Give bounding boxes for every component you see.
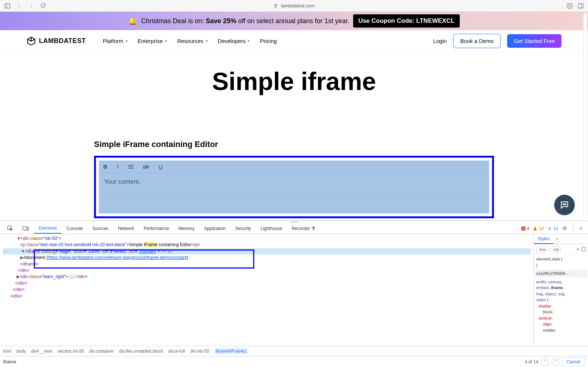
brand-logo[interactable]: LAMBDATEST	[26, 36, 86, 46]
browser-toolbar: lambdatest.com	[0, 0, 588, 12]
login-link[interactable]: Login	[433, 38, 447, 44]
editor-heading: Simple iFrame containing Editor	[94, 140, 494, 149]
page-content: Simple iframe Simple iFrame containing E…	[0, 52, 588, 226]
bell-icon: 🔔	[128, 17, 137, 25]
svg-rect-6	[578, 4, 583, 8]
page-scrollbar[interactable]	[583, 12, 587, 218]
editor-iframe[interactable]: B I ab U Your content.	[99, 161, 489, 213]
nav-developers[interactable]: Developers▾	[218, 38, 250, 44]
editor-toolbar: B I ab U	[99, 161, 489, 173]
tab-lighthouse[interactable]: Lighthouse	[256, 223, 287, 226]
tab-performance[interactable]: Performance	[139, 223, 173, 226]
main-nav: LAMBDATEST Platform▾ Enterprise▾ Resourc…	[0, 30, 588, 52]
sidebar-toggle-icon[interactable]	[4, 3, 10, 8]
chevron-down-icon: ▾	[206, 39, 208, 43]
svg-point-11	[563, 204, 564, 205]
strikethrough-button[interactable]: ab	[143, 163, 149, 170]
nav-resources[interactable]: Resources▾	[177, 38, 208, 44]
tab-elements[interactable]: Elements	[34, 223, 61, 226]
devtools-panel: Elements Console Sources Network Perform…	[0, 220, 588, 226]
tab-application[interactable]: Application	[200, 223, 230, 226]
svg-point-2	[275, 5, 277, 8]
tabs-icon[interactable]	[578, 3, 584, 8]
chevron-down-icon: ▾	[165, 39, 167, 43]
tab-recorder[interactable]: Recorder ⚗	[287, 223, 320, 226]
nav-pricing[interactable]: Pricing	[260, 38, 277, 44]
device-icon[interactable]	[18, 223, 33, 226]
nav-enterprise[interactable]: Enterprise▾	[138, 38, 167, 44]
bold-button[interactable]: B	[103, 163, 107, 170]
svg-rect-0	[5, 4, 10, 8]
chevron-down-icon: ▾	[248, 39, 250, 43]
coupon-code: Use Coupon Code: LTNEWEXCL	[353, 14, 460, 28]
book-demo-button[interactable]: Book a Demo	[453, 34, 501, 48]
underline-button[interactable]: U	[159, 163, 163, 170]
nav-platform[interactable]: Platform▾	[103, 38, 128, 44]
promo-banner: 🔔 Christmas Deal is on: Save 25% off on …	[0, 12, 588, 30]
list-button[interactable]	[128, 165, 133, 169]
inspect-icon[interactable]	[3, 223, 17, 226]
reload-icon[interactable]	[40, 3, 46, 8]
reader-icon[interactable]	[567, 3, 573, 8]
svg-rect-3	[567, 4, 572, 8]
editor-content[interactable]: Your content.	[99, 173, 489, 213]
svg-point-13	[565, 204, 566, 205]
tab-network[interactable]: Network	[114, 223, 139, 226]
tab-console[interactable]: Console	[62, 223, 87, 226]
url-text[interactable]: lambdatest.com	[281, 3, 315, 8]
back-icon[interactable]	[17, 3, 22, 8]
page-title: Simple iframe	[212, 67, 376, 96]
promo-text: Christmas Deal is on: Save 25% off on se…	[141, 17, 349, 25]
forward-icon[interactable]	[29, 3, 34, 8]
chevron-down-icon: ▾	[126, 39, 128, 43]
lock-icon	[273, 3, 278, 8]
chat-fab[interactable]	[554, 195, 575, 215]
tab-sources[interactable]: Sources	[88, 223, 113, 226]
get-started-button[interactable]: Get Started Free	[507, 34, 562, 48]
italic-button[interactable]: I	[117, 163, 119, 170]
tab-security[interactable]: Security	[231, 223, 255, 226]
devtools-tabs: Elements Console Sources Network Perform…	[0, 223, 588, 226]
svg-point-12	[564, 204, 565, 205]
iframe-highlight: B I ab U Your content.	[94, 156, 494, 218]
tab-memory[interactable]: Memory	[174, 223, 199, 226]
